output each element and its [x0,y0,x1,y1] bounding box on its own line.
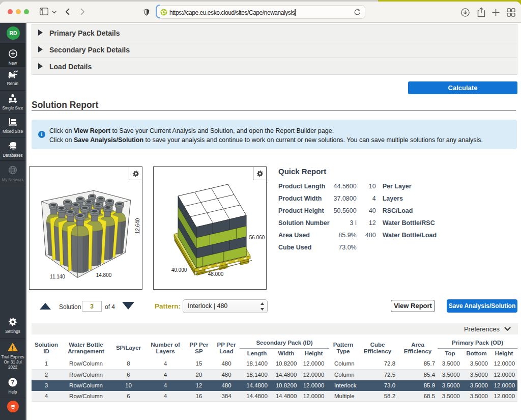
svg-text:56.060: 56.060 [249,235,265,240]
svg-text:14.800: 14.800 [96,272,112,278]
svg-text:40.000: 40.000 [171,267,187,273]
svg-text:?: ? [11,379,14,386]
svg-text:11.140: 11.140 [50,274,65,279]
svg-text:12.640: 12.640 [135,218,140,234]
svg-text:48.000: 48.000 [208,271,224,277]
